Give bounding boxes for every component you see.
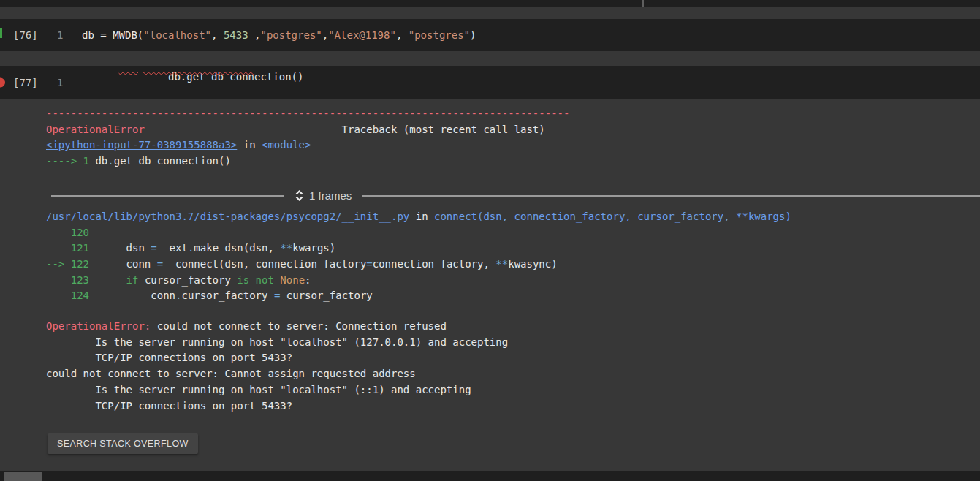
- code-segment: "localhost": [143, 29, 211, 41]
- code-segment: in: [237, 139, 262, 151]
- code-segment: TCP/IP connections on port 5433?: [46, 352, 292, 363]
- code-segment: =: [151, 242, 156, 254]
- code-segment: cursor_factory: [138, 274, 237, 286]
- unfold-frames-icon[interactable]: [294, 189, 305, 202]
- code-segment: None: [280, 274, 305, 286]
- divider-line-left: [51, 195, 284, 197]
- code-segment: :: [305, 274, 311, 286]
- code-segment: _ext: [157, 242, 188, 254]
- code-segment: Traceback (most recent call last): [342, 124, 545, 135]
- frames-divider[interactable]: 1 frames: [51, 188, 980, 204]
- traceback-line: --> 122 conn = _connect(dsn, connection_…: [46, 257, 980, 273]
- code-segment: =: [366, 258, 372, 270]
- code-segment: connect(dsn, connection_factory, cursor_…: [434, 211, 791, 222]
- code-segment: if: [126, 274, 139, 286]
- traceback-line: 121 dsn = _ext.make_dsn(dsn, **kwargs): [46, 240, 980, 257]
- cell-divider-caret: [642, 0, 644, 7]
- traceback-line: TCP/IP connections on port 5433?: [46, 398, 980, 414]
- code-segment: dsn: [89, 242, 151, 254]
- code-segment: 120: [46, 227, 89, 238]
- error-message-block: OperationalError: could not connect to s…: [46, 319, 980, 414]
- code-segment: ): [470, 29, 476, 41]
- traceback-line: ----> 1 db.get_db_connection(): [46, 154, 980, 170]
- code-segment: "Alex@1198": [328, 29, 396, 41]
- search-stack-overflow-button[interactable]: SEARCH STACK OVERFLOW: [48, 433, 198, 454]
- code-segment: 5433: [224, 29, 248, 41]
- code-segment: db = MWDB(: [82, 29, 143, 41]
- execution-count-label[interactable]: [77]: [13, 77, 38, 88]
- horizontal-scrollbar-thumb[interactable]: [4, 472, 42, 481]
- code-segment: OperationalError:: [46, 320, 157, 332]
- traceback-source-link[interactable]: /usr/local/lib/python3.7/dist-packages/p…: [46, 211, 409, 222]
- error-indicator-dot: [0, 77, 5, 87]
- code-segment: "postgres": [409, 29, 470, 41]
- traceback-line: ----------------------------------------…: [46, 106, 980, 122]
- code-segment: not: [256, 274, 274, 286]
- previous-cell-edge: [0, 0, 980, 7]
- code-segment: could not connect to server: Connection …: [157, 320, 447, 332]
- code-segment: db: [95, 155, 107, 167]
- traceback-line: 123 if cursor_factory is not None:: [46, 273, 980, 289]
- code-segment: get_db_connection(): [114, 155, 231, 167]
- code-segment: Is the server running on host "localhost…: [46, 384, 471, 395]
- code-segment: cursor_factory: [280, 289, 372, 301]
- traceback-line: 124 conn.cursor_factory = cursor_factory: [46, 288, 980, 304]
- code-segment: [249, 274, 255, 286]
- code-segment: is: [237, 274, 249, 286]
- code-segment: 121: [46, 242, 89, 254]
- traceback-line: 120: [46, 225, 980, 241]
- code-cell-77[interactable]: [77] 1 db.get_db_connection() db.get_db_…: [0, 66, 980, 99]
- editor-line-number: 1: [57, 29, 63, 41]
- code-segment: ,: [396, 29, 409, 41]
- code-segment: =: [157, 258, 163, 270]
- code-editor-line[interactable]: db = MWDB("localhost", 5433 ,"postgres",…: [82, 29, 476, 41]
- cell-status-indicator: [0, 28, 2, 38]
- traceback-line: could not connect to server: Cannot assi…: [46, 366, 980, 382]
- code-segment: OperationalError: [46, 124, 145, 135]
- execution-count-label[interactable]: [76]: [13, 29, 38, 41]
- traceback-frame-block: /usr/local/lib/python3.7/dist-packages/p…: [46, 209, 980, 304]
- code-segment: _connect(dsn, connection_factory: [163, 258, 366, 270]
- traceback-header-block: ----------------------------------------…: [46, 106, 980, 170]
- code-segment: [89, 274, 126, 286]
- code-segment: make_dsn(dsn,: [194, 242, 280, 254]
- code-segment: conn: [89, 258, 157, 270]
- traceback-source-link[interactable]: <ipython-input-77-0389155888a3>: [46, 139, 237, 151]
- code-text[interactable]: db.get_db_connection(): [168, 70, 303, 82]
- code-segment: could not connect to server: Cannot assi…: [46, 368, 416, 379]
- divider-line-right: [362, 195, 980, 197]
- code-segment: TCP/IP connections on port 5433?: [46, 400, 292, 412]
- cell-output-area: ----------------------------------------…: [0, 99, 980, 471]
- code-segment: ,: [322, 29, 328, 41]
- traceback-line: OperationalError Traceback (most recent …: [46, 122, 980, 138]
- code-segment: kwargs): [292, 242, 335, 254]
- traceback-line: db = MWDB("localhost", 5433 ,"postgres",…: [82, 29, 476, 41]
- code-segment: [145, 124, 342, 135]
- code-segment: conn: [89, 289, 175, 301]
- code-segment: in: [409, 211, 434, 222]
- code-segment: ,: [211, 29, 224, 41]
- editor-line-number: 1: [57, 77, 63, 88]
- code-segment: ,: [248, 29, 261, 41]
- traceback-line: OperationalError: could not connect to s…: [46, 319, 980, 335]
- traceback-line: <ipython-input-77-0389155888a3> in <modu…: [46, 137, 980, 154]
- code-segment: connection_factory,: [373, 258, 496, 270]
- code-segment: ----------------------------------------…: [46, 107, 569, 119]
- code-segment: Is the server running on host "localhost…: [46, 336, 508, 348]
- code-segment: 123: [46, 274, 89, 286]
- code-segment: **: [280, 242, 292, 254]
- code-segment: --> 122: [46, 258, 89, 270]
- traceback-line: Is the server running on host "localhost…: [46, 382, 980, 398]
- code-segment: kwasync): [508, 258, 557, 270]
- frames-count-label: 1 frames: [309, 188, 352, 204]
- traceback-line: /usr/local/lib/python3.7/dist-packages/p…: [46, 209, 980, 225]
- code-segment: cursor_factory: [181, 289, 273, 301]
- traceback-line: TCP/IP connections on port 5433?: [46, 350, 980, 366]
- code-segment: "postgres": [260, 29, 322, 41]
- code-segment: 124: [46, 289, 89, 301]
- next-cell-edge: [0, 471, 980, 481]
- code-segment: <module>: [262, 139, 311, 151]
- code-segment: ----> 1: [46, 155, 95, 167]
- code-segment: **: [495, 258, 508, 270]
- traceback-line: Is the server running on host "localhost…: [46, 335, 980, 351]
